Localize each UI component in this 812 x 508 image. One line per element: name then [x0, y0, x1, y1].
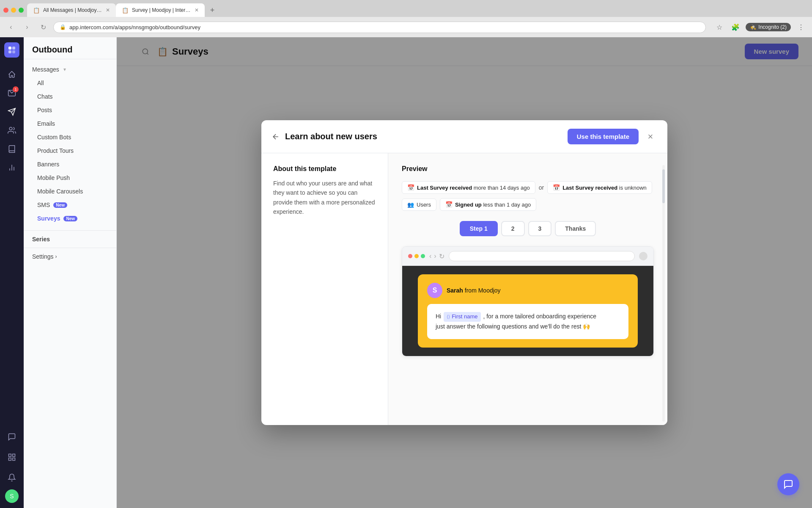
step-tabs: Step 1 2 3 Thanks — [402, 221, 654, 236]
nav-actions: ☆ 🧩 🕵 Incognito (2) ⋮ — [713, 21, 807, 33]
audience-tag-signed-up: 📅 Signed up less than 1 day ago — [440, 198, 536, 211]
chat-support-button[interactable] — [777, 473, 799, 495]
first-name-tag: ⟨⟩ First name — [444, 312, 480, 322]
mock-back-icon: ‹ — [429, 252, 431, 260]
mobile-carousels-label: Mobile Carousels — [37, 188, 83, 195]
rail-icon-outbound[interactable] — [3, 103, 20, 120]
app-logo — [4, 42, 19, 58]
modal-close-button[interactable]: × — [644, 130, 657, 144]
sidebar-item-posts[interactable]: Posts — [24, 103, 116, 117]
calendar-icon-1: 📅 — [407, 184, 414, 191]
messages-label: Messages — [32, 66, 59, 73]
sidebar-item-sms[interactable]: SMS New — [24, 198, 116, 212]
maximize-window-btn[interactable] — [19, 8, 24, 13]
user-avatar[interactable]: S — [5, 489, 19, 503]
sidebar-item-series[interactable]: Series — [24, 232, 116, 246]
close-window-btn[interactable] — [3, 8, 8, 13]
sidebar-item-custom-bots[interactable]: Custom Bots — [24, 130, 116, 144]
refresh-btn[interactable]: ↻ — [37, 21, 49, 33]
step-tab-2[interactable]: 2 — [501, 221, 525, 236]
mock-nav-buttons: ‹ › ↻ — [429, 252, 444, 260]
sidebar-item-messages[interactable]: Messages ▾ — [24, 63, 116, 76]
address-bar[interactable]: 🔒 app.intercom.com/a/apps/nnsgmgob/outbo… — [53, 22, 706, 33]
chats-label: Chats — [37, 93, 53, 100]
all-label: All — [37, 80, 44, 86]
surveys-new-badge: New — [63, 216, 77, 221]
sms-new-badge: New — [53, 202, 67, 208]
survey-template-modal: Learn about new users Use this template … — [261, 120, 667, 425]
sidebar-item-banners[interactable]: Banners — [24, 157, 116, 171]
sidebar-item-product-tours[interactable]: Product Tours — [24, 144, 116, 157]
minimize-window-btn[interactable] — [11, 8, 16, 13]
survey-card: S Sarah from Moodjoy Hi — [418, 274, 638, 348]
sidebar-item-mobile-carousels[interactable]: Mobile Carousels — [24, 185, 116, 198]
svg-rect-2 — [8, 50, 11, 53]
audience-or-connector: or — [539, 184, 544, 191]
tab-icon-2: 📋 — [122, 7, 129, 14]
svg-rect-7 — [13, 458, 15, 461]
sidebar-messages-section: Messages ▾ All Chats Posts Emails Custom… — [24, 59, 116, 229]
use-template-button[interactable]: Use this template — [568, 129, 639, 144]
sidebar-item-settings[interactable]: Settings › — [24, 250, 116, 263]
svg-rect-8 — [9, 458, 11, 461]
step-tab-3[interactable]: 3 — [528, 221, 552, 236]
sender-avatar: S — [427, 283, 442, 298]
menu-btn[interactable]: ⋮ — [795, 21, 807, 33]
audience-tag-last-survey-unknown-text: Last Survey received is unknown — [562, 185, 647, 191]
browser-tab-1[interactable]: 📋 All Messages | Moodjoy | Inter... ✕ — [27, 3, 116, 17]
message-suffix-1: , for a more tailored onboarding experie… — [483, 313, 596, 320]
new-tab-btn[interactable]: + — [206, 4, 218, 16]
step-tab-1[interactable]: Step 1 — [460, 221, 498, 236]
tab-close-2[interactable]: ✕ — [195, 7, 199, 13]
extension-btn[interactable]: 🧩 — [730, 21, 741, 33]
back-btn[interactable]: ‹ — [5, 21, 17, 33]
tag-arrows-icon: ⟨⟩ — [447, 313, 450, 321]
rail-bottom: S — [3, 428, 20, 503]
rail-icon-reports[interactable] — [3, 159, 20, 176]
icon-rail: 1 S — [0, 37, 24, 508]
survey-sender: S Sarah from Moodjoy — [427, 283, 628, 298]
mock-profile-icon — [639, 252, 647, 260]
rail-icon-chat[interactable] — [3, 428, 20, 445]
incognito-label: Incognito (2) — [758, 24, 787, 30]
bookmark-btn[interactable]: ☆ — [713, 21, 725, 33]
rail-icon-notifications[interactable] — [3, 469, 20, 486]
sender-company-label: from — [465, 287, 478, 294]
survey-message-box: Hi ⟨⟩ First name , for a more tailored o… — [427, 304, 628, 339]
sidebar: Outbound Messages ▾ All Chats Posts Emai… — [24, 37, 117, 508]
modal-right-panel: Preview 📅 Last Survey received more than… — [388, 153, 667, 425]
product-tours-label: Product Tours — [37, 147, 74, 154]
modal-back-button[interactable] — [272, 133, 280, 141]
rail-icon-contacts[interactable] — [3, 122, 20, 139]
survey-message-text: Hi ⟨⟩ First name , for a more tailored o… — [436, 312, 620, 331]
sidebar-item-mobile-push[interactable]: Mobile Push — [24, 171, 116, 185]
sidebar-item-chats[interactable]: Chats — [24, 90, 116, 103]
browser-navigation: ‹ › ↻ 🔒 app.intercom.com/a/apps/nnsgmgob… — [0, 17, 812, 37]
mock-refresh-icon: ↻ — [439, 252, 444, 260]
sidebar-item-emails[interactable]: Emails — [24, 117, 116, 130]
rail-icon-knowledge[interactable] — [3, 141, 20, 157]
sender-company: Moodjoy — [478, 287, 501, 294]
rail-icon-inbox[interactable]: 1 — [3, 85, 20, 102]
mobile-push-label: Mobile Push — [37, 174, 70, 181]
tab-icon-1: 📋 — [33, 7, 40, 14]
forward-btn[interactable]: › — [21, 21, 33, 33]
browser-tab-2[interactable]: 📋 Survey | Moodjoy | Intercom ✕ — [116, 3, 205, 17]
browser-mockup: ‹ › ↻ S — [402, 246, 654, 356]
rail-icon-home[interactable] — [3, 66, 20, 83]
audience-tag-users-text: Users — [417, 202, 431, 208]
step-tab-thanks[interactable]: Thanks — [555, 221, 596, 236]
modal-header: Learn about new users Use this template … — [261, 120, 667, 153]
address-text: app.intercom.com/a/apps/nnsgmgob/outboun… — [69, 24, 200, 30]
browser-mockup-toolbar: ‹ › ↻ — [402, 247, 653, 266]
sidebar-item-all[interactable]: All — [24, 76, 116, 90]
svg-rect-3 — [12, 50, 15, 53]
sidebar-divider-1 — [24, 230, 116, 231]
sidebar-item-surveys[interactable]: Surveys New — [24, 212, 116, 225]
svg-rect-5 — [9, 454, 11, 457]
mock-dot-yellow — [414, 254, 419, 258]
custom-bots-label: Custom Bots — [37, 134, 71, 141]
modal-scrollbar[interactable] — [662, 165, 665, 422]
tab-close-1[interactable]: ✕ — [106, 7, 110, 13]
rail-icon-apps[interactable] — [3, 449, 20, 466]
